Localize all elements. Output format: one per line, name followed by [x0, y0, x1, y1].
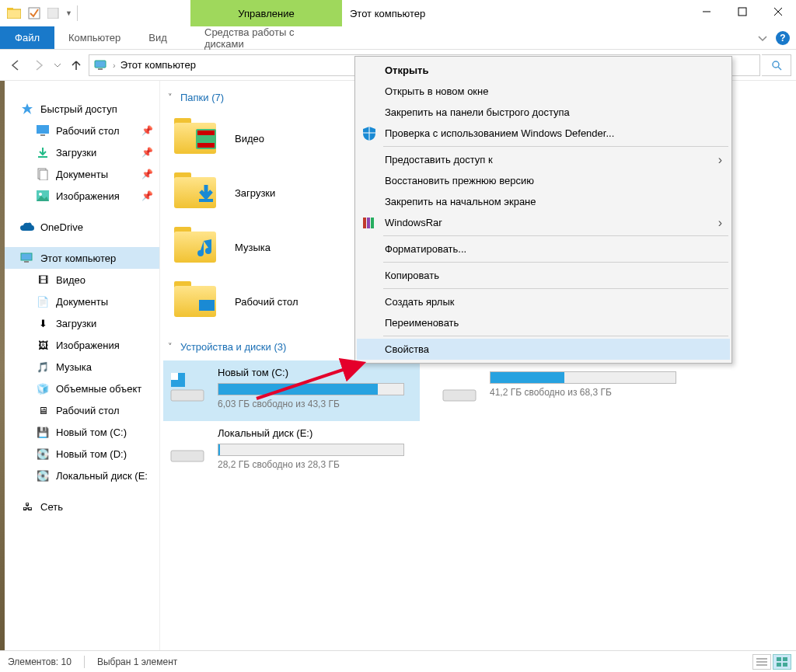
nav-videos[interactable]: 🎞Видео — [5, 269, 159, 291]
nav-drive-c[interactable]: 💾Новый том (C:) — [5, 421, 159, 443]
ctx-rename[interactable]: Переименовать — [357, 312, 730, 333]
svg-rect-14 — [38, 156, 47, 158]
nav-pictures2[interactable]: 🖼Изображения — [5, 334, 159, 356]
ctx-separator — [383, 262, 728, 263]
disk-icon — [168, 429, 207, 468]
svg-rect-37 — [783, 663, 787, 667]
nav-label: Музыка — [56, 361, 92, 373]
folder-label: Рабочий стол — [235, 296, 298, 308]
nav-drive-e[interactable]: 💽Локальный диск (E: — [5, 465, 159, 486]
nav-label: Изображения — [56, 339, 120, 351]
ribbon-tools-tab[interactable]: Средства работы с дисками — [190, 26, 342, 50]
qat-icon-explorer[interactable] — [5, 4, 23, 23]
ctx-pin-start[interactable]: Закрепить на начальном экране — [357, 191, 730, 212]
status-selection: Выбран 1 элемент — [97, 656, 177, 667]
ctx-defender[interactable]: Проверка с использованием Windows Defend… — [357, 123, 730, 144]
ctx-restore[interactable]: Восстановить прежнюю версию — [357, 170, 730, 191]
network-icon: 🖧 — [20, 500, 34, 513]
expand-ribbon-icon[interactable] — [757, 33, 768, 44]
svg-rect-35 — [783, 657, 787, 661]
folder-icon — [173, 280, 222, 323]
minimize-button[interactable] — [689, 0, 724, 23]
nav-drive-d[interactable]: 💽Новый том (D:) — [5, 443, 159, 465]
svg-line-11 — [778, 67, 781, 70]
ribbon-computer-tab[interactable]: Компьютер — [54, 26, 134, 49]
nav-quick-access[interactable]: Быстрый доступ — [5, 98, 159, 120]
chevron-right-icon: › — [113, 61, 116, 70]
nav-downloads2[interactable]: ⬇Загрузки — [5, 312, 159, 334]
folder-icon — [173, 171, 222, 214]
qat-dropdown-icon[interactable] — [45, 4, 64, 23]
view-tiles-button[interactable] — [773, 654, 791, 670]
titlebar: ▼ Управление Этот компьютер — [0, 0, 796, 26]
back-button[interactable] — [5, 54, 26, 76]
disk-info: 6,03 ГБ свободно из 43,3 ГБ — [218, 399, 415, 409]
ctx-open-new-window[interactable]: Открыть в новом окне — [357, 81, 730, 102]
disk-tile-e[interactable]: Локальный диск (E:) 28,2 ГБ свободно из … — [163, 421, 420, 482]
nav-desktop2[interactable]: 🖥Рабочий стол — [5, 399, 159, 421]
context-menu: Открыть Открыть в новом окне Закрепить н… — [354, 56, 732, 364]
nav-label: Документы — [56, 296, 108, 308]
nav-label: Рабочий стол — [56, 405, 120, 416]
svg-rect-30 — [171, 451, 204, 461]
address-text: Этот компьютер — [120, 59, 196, 71]
qat-down-chevron-icon[interactable]: ▼ — [65, 9, 72, 17]
svg-rect-8 — [95, 61, 106, 68]
books-icon — [361, 215, 377, 231]
ctx-properties[interactable]: Свойства — [357, 339, 730, 360]
status-items-count: Элементов: 10 — [8, 656, 72, 667]
ctx-format[interactable]: Форматировать... — [357, 239, 730, 259]
ribbon-contextual-tab[interactable]: Управление — [190, 0, 342, 26]
ctx-share-access[interactable]: Предоставить доступ к› — [357, 149, 730, 170]
nav-this-pc[interactable]: Этот компьютер — [5, 247, 159, 269]
recent-dropdown[interactable] — [51, 54, 64, 76]
nav-documents2[interactable]: 📄Документы — [5, 291, 159, 312]
forward-button[interactable] — [28, 54, 50, 76]
svg-rect-38 — [363, 218, 366, 228]
nav-music[interactable]: 🎵Музыка — [5, 356, 159, 378]
folder-icon — [173, 117, 222, 160]
search-icon — [771, 60, 782, 71]
help-icon[interactable]: ? — [776, 31, 790, 45]
navigation-pane: Быстрый доступ Рабочий стол 📌 Загрузки 📌… — [5, 81, 160, 650]
ctx-winrar[interactable]: WindowsRar› — [357, 212, 730, 233]
disk-tile-d[interactable]: 41,2 ГБ свободно из 68,3 ГБ — [435, 360, 692, 421]
nav-pictures[interactable]: Изображения 📌 — [5, 185, 159, 207]
disk-icon — [168, 368, 207, 407]
nav-label: Объемные объект — [56, 383, 141, 395]
nav-downloads[interactable]: Загрузки 📌 — [5, 141, 159, 163]
nav-label: Сеть — [40, 501, 63, 513]
qat-checkbox-icon[interactable] — [25, 4, 44, 23]
nav-3d-objects[interactable]: 🧊Объемные объект — [5, 378, 159, 399]
shield-icon — [361, 126, 377, 141]
ctx-pin-quick[interactable]: Закрепить на панели быстрого доступа — [357, 102, 730, 123]
nav-documents[interactable]: Документы 📌 — [5, 163, 159, 185]
disk-tile-c[interactable]: Новый том (C:) 6,03 ГБ свободно из 43,3 … — [163, 360, 420, 421]
disk-info: 41,2 ГБ свободно из 68,3 ГБ — [490, 387, 687, 398]
pin-icon: 📌 — [141, 147, 153, 158]
maximize-button[interactable] — [724, 0, 760, 23]
ribbon-view-tab[interactable]: Вид — [134, 26, 181, 49]
nav-label: Новый том (D:) — [56, 448, 127, 460]
pin-icon: 📌 — [141, 169, 153, 179]
close-button[interactable] — [760, 0, 796, 23]
svg-point-18 — [39, 193, 42, 196]
disk-usage-bar — [218, 383, 404, 395]
folder-label: Музыка — [235, 242, 271, 253]
ctx-open[interactable]: Открыть — [357, 60, 730, 81]
music-icon: 🎵 — [36, 360, 50, 373]
view-details-button[interactable] — [752, 654, 771, 670]
ctx-label: Проверка с использованием Windows Defend… — [385, 127, 614, 139]
nav-network[interactable]: 🖧 Сеть — [5, 496, 159, 517]
nav-label: Рабочий стол — [56, 125, 120, 137]
cloud-icon — [20, 221, 34, 233]
up-button[interactable] — [65, 54, 87, 76]
search-button[interactable] — [762, 54, 791, 76]
ctx-create-shortcut[interactable]: Создать ярлык — [357, 291, 730, 312]
window-title: Этот компьютер — [350, 0, 425, 26]
nav-onedrive[interactable]: OneDrive — [5, 216, 159, 238]
nav-desktop[interactable]: Рабочий стол 📌 — [5, 120, 159, 141]
ctx-copy[interactable]: Копировать — [357, 265, 730, 286]
ribbon-file-tab[interactable]: Файл — [0, 26, 54, 49]
disk-name: Локальный диск (E:) — [218, 427, 415, 439]
